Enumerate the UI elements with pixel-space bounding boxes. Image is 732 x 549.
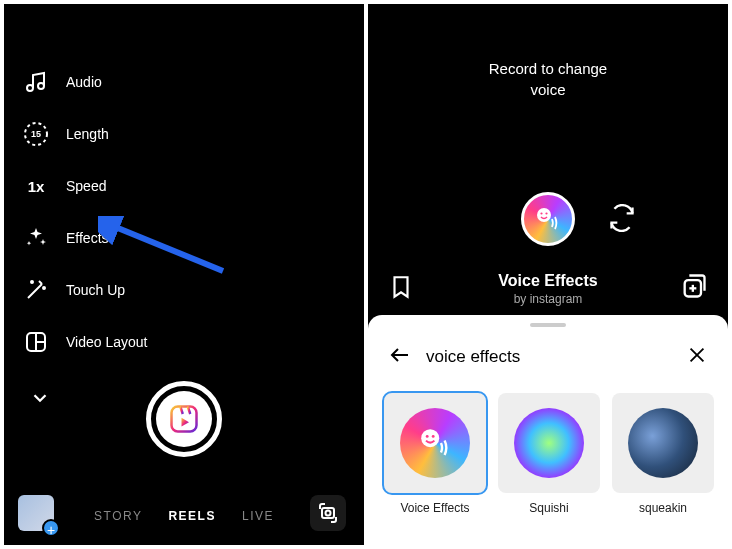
effects-results: Voice Effects Squishi squeakin: [368, 381, 728, 527]
svg-point-16: [540, 212, 542, 214]
tool-length[interactable]: 15 Length: [22, 120, 147, 148]
svg-point-1: [38, 83, 44, 89]
add-to-collection-button[interactable]: [680, 272, 708, 304]
camera-flip-icon: [316, 501, 340, 525]
svg-point-4: [31, 281, 33, 283]
plus-icon: +: [42, 519, 60, 537]
svg-point-0: [27, 85, 33, 91]
effect-thumb: [612, 393, 714, 493]
tool-label: Audio: [66, 74, 102, 90]
close-icon: [686, 344, 708, 366]
sparkle-icon: [22, 224, 50, 252]
effect-label: squeakin: [612, 501, 714, 515]
effect-result[interactable]: Voice Effects: [384, 393, 486, 515]
music-note-icon: [22, 68, 50, 96]
voice-effect-glyph: [533, 204, 563, 234]
tool-video-layout[interactable]: Video Layout: [22, 328, 147, 356]
effect-preview-icon[interactable]: [521, 192, 575, 246]
svg-point-25: [426, 435, 429, 438]
svg-point-15: [537, 208, 551, 222]
tool-speed[interactable]: 1x Speed: [22, 172, 147, 200]
speed-icon: 1x: [22, 172, 50, 200]
clear-search-button[interactable]: [686, 344, 708, 370]
effect-title-block: Voice Effects by instagram: [368, 272, 728, 306]
tool-label: Effects: [66, 230, 109, 246]
reels-tools: Audio 15 Length 1x Speed Effects Touch U…: [22, 68, 147, 412]
effect-thumb: [498, 393, 600, 493]
reels-camera-screen: Audio 15 Length 1x Speed Effects Touch U…: [4, 4, 364, 545]
tool-label: Video Layout: [66, 334, 147, 350]
svg-point-17: [545, 212, 547, 214]
search-input[interactable]: voice effects: [426, 347, 672, 367]
camera-switch-button[interactable]: [310, 495, 346, 531]
timer-icon: 15: [22, 120, 50, 148]
effect-name: Voice Effects: [368, 272, 728, 290]
svg-point-14: [326, 511, 331, 516]
refresh-icon: [608, 204, 636, 232]
mode-reels[interactable]: REELS: [168, 509, 216, 523]
effect-label: Squishi: [498, 501, 600, 515]
tools-expand[interactable]: [26, 384, 147, 412]
tool-audio[interactable]: Audio: [22, 68, 147, 96]
effect-thumb: [384, 393, 486, 493]
effect-author: by instagram: [368, 292, 728, 306]
tool-touch-up[interactable]: Touch Up: [22, 276, 147, 304]
sheet-handle[interactable]: [530, 323, 566, 327]
svg-point-24: [421, 429, 439, 447]
reels-icon: [156, 391, 212, 447]
svg-rect-9: [172, 407, 197, 432]
svg-point-26: [432, 435, 435, 438]
mode-live[interactable]: LIVE: [242, 509, 274, 523]
stack-plus-icon: [680, 272, 708, 300]
svg-point-3: [43, 287, 45, 289]
layout-icon: [22, 328, 50, 356]
tool-effects[interactable]: Effects: [22, 224, 147, 252]
effects-browser-screen: Record to change voice Voice Effects by …: [368, 4, 728, 545]
gallery-button[interactable]: +: [18, 495, 54, 531]
shutter-button[interactable]: [146, 381, 222, 457]
back-button[interactable]: [388, 343, 412, 371]
effects-sheet: voice effects Voice Effects Squishi sque…: [368, 315, 728, 545]
tool-label: Speed: [66, 178, 106, 194]
tool-label: Touch Up: [66, 282, 125, 298]
effect-result[interactable]: Squishi: [498, 393, 600, 515]
effect-result[interactable]: squeakin: [612, 393, 714, 515]
wand-icon: [22, 276, 50, 304]
mode-story[interactable]: STORY: [94, 509, 142, 523]
tool-label: Length: [66, 126, 109, 142]
camera-switch-button[interactable]: [608, 204, 636, 236]
chevron-down-icon: [26, 384, 54, 412]
effect-label: Voice Effects: [384, 501, 486, 515]
record-hint: Record to change voice: [368, 58, 728, 100]
arrow-left-icon: [388, 343, 412, 367]
